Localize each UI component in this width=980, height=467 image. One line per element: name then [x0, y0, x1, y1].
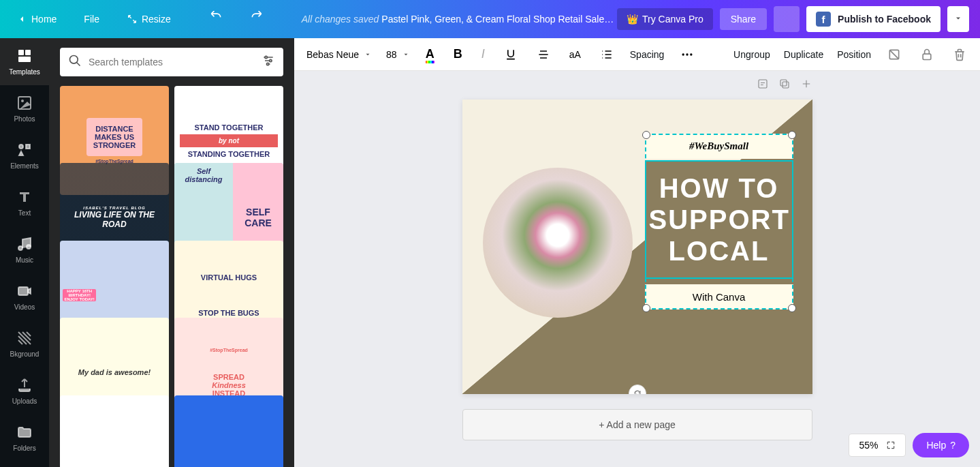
duplicate-button[interactable]: Duplicate: [784, 49, 823, 60]
templates-panel: DISTANCE MAKES US STRONGER #StopTheSprea…: [49, 38, 294, 467]
underline-button[interactable]: [501, 45, 520, 64]
ungroup-button[interactable]: Ungroup: [733, 49, 770, 60]
file-label: File: [84, 14, 99, 25]
font-size: 88: [386, 49, 397, 60]
svg-point-12: [270, 59, 272, 61]
fullscreen-icon: [886, 440, 896, 450]
main-heading-box[interactable]: HOW TO SUPPORT LOCAL: [645, 160, 793, 279]
try-pro-label: Try Canva Pro: [642, 14, 704, 25]
search-bar: [60, 48, 283, 76]
copy-page-icon[interactable]: [778, 78, 791, 93]
svg-point-11: [265, 56, 267, 58]
lock-button[interactable]: [917, 45, 936, 64]
help-icon: ?: [950, 440, 955, 451]
svg-point-14: [682, 53, 684, 55]
share-button[interactable]: Share: [720, 8, 767, 30]
canvas-area: Bebas Neue 88 A B I aA Spacing: [294, 38, 980, 467]
nav-photos[interactable]: Photos: [0, 85, 49, 132]
top-header: Home File Resize All changes saved Paste…: [0, 0, 980, 38]
nav-elements[interactable]: Elements: [0, 132, 49, 179]
publish-dropdown[interactable]: [947, 6, 969, 32]
help-button[interactable]: Help ?: [913, 433, 969, 457]
notes-icon[interactable]: [757, 78, 769, 93]
svg-point-10: [70, 56, 78, 64]
flower-image-circle[interactable]: [483, 168, 633, 318]
templates-grid[interactable]: DISTANCE MAKES US STRONGER #StopTheSprea…: [49, 86, 294, 467]
subtitle-text[interactable]: With Canva: [645, 284, 793, 310]
svg-rect-19: [759, 80, 767, 88]
font-selector[interactable]: Bebas Neue: [305, 46, 373, 63]
position-button[interactable]: Position: [837, 49, 871, 60]
nav-background[interactable]: Bkground: [0, 320, 49, 367]
bold-button[interactable]: B: [451, 44, 465, 64]
home-label: Home: [31, 14, 57, 25]
svg-point-13: [267, 63, 269, 65]
svg-point-4: [21, 100, 24, 102]
align-button[interactable]: [534, 45, 553, 64]
nav-uploads-label: Uploads: [12, 397, 37, 405]
home-button[interactable]: Home: [11, 10, 62, 29]
nav-music[interactable]: Music: [0, 226, 49, 273]
publish-button[interactable]: f Publish to Facebook: [806, 6, 941, 32]
file-menu[interactable]: File: [78, 10, 105, 29]
heading-line-3: LOCAL: [649, 235, 789, 267]
hashtag-text[interactable]: #WeBuySmall: [645, 134, 793, 159]
document-title[interactable]: Pastel Pink, Green, & Cream Floral Shop …: [381, 14, 614, 25]
svg-rect-21: [780, 80, 787, 86]
text-group-selection[interactable]: #WeBuySmall HOW TO SUPPORT LOCAL With Ca…: [645, 134, 793, 310]
svg-rect-6: [26, 145, 30, 149]
nav-templates[interactable]: Templates: [0, 38, 49, 85]
delete-button[interactable]: [950, 45, 969, 64]
svg-rect-0: [18, 50, 24, 55]
resize-label: Resize: [142, 14, 171, 25]
template-card[interactable]: [60, 395, 169, 467]
publish-label: Publish to Facebook: [838, 14, 931, 25]
nav-folders-label: Folders: [13, 445, 35, 452]
list-button[interactable]: [597, 45, 616, 64]
search-input[interactable]: [82, 57, 262, 67]
more-button[interactable]: [678, 45, 697, 64]
nav-text[interactable]: Text: [0, 179, 49, 226]
svg-point-5: [19, 145, 23, 149]
add-page-button[interactable]: + Add a new page: [462, 409, 812, 440]
svg-rect-1: [25, 50, 31, 55]
nav-uploads[interactable]: Uploads: [0, 367, 49, 415]
template-card[interactable]: [174, 395, 283, 467]
nav-elements-label: Elements: [10, 162, 39, 170]
add-page-icon[interactable]: [800, 78, 812, 93]
try-pro-button[interactable]: 👑 Try Canva Pro: [617, 8, 713, 30]
svg-point-15: [686, 53, 689, 55]
crown-icon: 👑: [627, 14, 638, 25]
nav-music-label: Music: [16, 256, 33, 264]
text-color-button[interactable]: A: [423, 44, 437, 64]
color-letter-icon: A: [426, 47, 434, 61]
svg-rect-18: [923, 54, 931, 59]
svg-point-16: [691, 53, 693, 55]
case-button[interactable]: aA: [567, 46, 584, 63]
svg-rect-20: [783, 82, 789, 88]
redo-button[interactable]: [244, 5, 269, 33]
canvas-page[interactable]: #WeBuySmall HOW TO SUPPORT LOCAL With Ca…: [462, 100, 812, 394]
undo-button[interactable]: [204, 5, 228, 33]
zoom-control[interactable]: 55%: [849, 434, 906, 457]
italic-button[interactable]: I: [479, 44, 488, 64]
svg-point-8: [27, 245, 31, 249]
help-label: Help: [926, 440, 946, 451]
spacing-button[interactable]: Spacing: [630, 49, 665, 60]
page-controls: [462, 71, 812, 100]
heading-line-1: HOW TO: [649, 172, 789, 204]
filter-icon[interactable]: [262, 54, 275, 70]
resize-button[interactable]: Resize: [121, 10, 176, 29]
transparency-button[interactable]: [885, 45, 904, 64]
nav-videos[interactable]: Videos: [0, 273, 49, 320]
nav-videos-label: Videos: [14, 303, 35, 311]
nav-folders[interactable]: Folders: [0, 415, 49, 462]
download-button[interactable]: [774, 6, 800, 32]
nav-photos-label: Photos: [14, 115, 35, 123]
facebook-icon: f: [816, 12, 831, 27]
nav-background-label: Bkground: [10, 350, 39, 358]
canvas-workspace[interactable]: #WeBuySmall HOW TO SUPPORT LOCAL With Ca…: [294, 71, 980, 467]
heading-line-2: SUPPORT: [649, 204, 789, 235]
svg-rect-2: [18, 57, 31, 62]
font-size-selector[interactable]: 88: [386, 49, 409, 60]
